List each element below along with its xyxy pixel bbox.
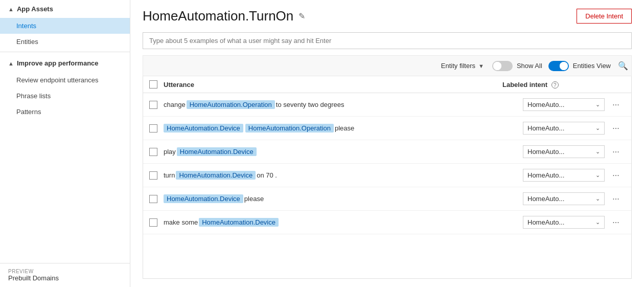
utterance-plain-text: turn (164, 171, 175, 179)
entity-tag[interactable]: HomeAutomation.Device (176, 171, 256, 180)
dropdown-chevron-icon: ⌄ (595, 148, 600, 155)
utterance-col-header: Utterance (164, 81, 502, 89)
row-checkbox[interactable] (149, 195, 157, 203)
entity-tag[interactable]: HomeAutomation.Device (164, 194, 243, 203)
intent-dropdown-label: HomeAuto... (527, 124, 593, 132)
sidebar-item-patterns[interactable]: Patterns (0, 104, 130, 120)
sidebar-item-intents-label: Intents (16, 22, 36, 30)
chevron-icon-improve: ▲ (8, 60, 14, 67)
row-checkbox-col (149, 218, 164, 227)
entity-tag[interactable]: HomeAutomation.Operation (187, 100, 275, 109)
utterance-text: HomeAutomation.Device HomeAutomation.Ope… (164, 124, 523, 133)
sidebar-item-phrase[interactable]: Phrase lists (0, 88, 130, 104)
intent-col-label: Labeled intent (502, 81, 547, 89)
dropdown-chevron-icon: ⌄ (595, 195, 600, 202)
entities-view-toggle-slider (548, 61, 569, 71)
intent-col-header: Labeled intent ? (502, 81, 605, 89)
improve-label: Improve app performance (17, 59, 99, 67)
table-row: make some HomeAutomation.DeviceHomeAuto.… (143, 211, 631, 234)
entities-view-toggle[interactable] (548, 61, 569, 71)
prebuilt-domains-label: Prebuilt Domains (8, 274, 59, 282)
intent-title-text: HomeAutomation.TurnOn (143, 8, 293, 24)
row-checkbox[interactable] (149, 171, 157, 180)
show-all-toggle-slider (492, 61, 513, 71)
table-row: change HomeAutomation.Operation to seven… (143, 93, 631, 117)
dropdown-chevron-icon: ⌄ (595, 125, 600, 131)
more-actions-button[interactable]: ··· (607, 100, 625, 109)
main-header: HomeAutomation.TurnOn ✎ Delete Intent (143, 8, 632, 24)
sidebar-item-entities[interactable]: Entities (0, 34, 130, 50)
intent-dropdown-label: HomeAuto... (527, 148, 593, 156)
row-checkbox[interactable] (149, 148, 157, 156)
table-row: play HomeAutomation.DeviceHomeAuto...⌄··… (143, 140, 631, 164)
row-checkbox[interactable] (149, 218, 157, 227)
utterance-plain-text: change (164, 101, 186, 108)
row-checkbox-col (149, 195, 164, 203)
intent-dropdown-label: HomeAuto... (527, 171, 593, 179)
phrase-label: Phrase lists (16, 92, 51, 100)
sidebar-item-intents[interactable]: Intents (0, 18, 130, 34)
entities-view-toggle-container: Entities View (548, 61, 611, 71)
more-actions-button[interactable]: ··· (607, 218, 625, 227)
sidebar-item-entities-label: Entities (16, 38, 38, 46)
sidebar-item-review[interactable]: Review endpoint utterances (0, 72, 130, 88)
sidebar-divider (0, 52, 130, 52)
utterance-plain-text: play (164, 148, 176, 156)
row-checkbox-col (149, 148, 164, 156)
more-actions-button[interactable]: ··· (607, 124, 625, 133)
app-assets-label: App Assets (17, 5, 53, 13)
utterance-text: turn HomeAutomation.Device on 70 . (164, 171, 523, 180)
utterance-text: make some HomeAutomation.Device (164, 218, 523, 227)
sidebar-section-app-assets[interactable]: ▲ App Assets (0, 0, 130, 18)
utterance-plain-text: please (244, 195, 264, 203)
entity-filters-label: Entity filters (441, 62, 475, 70)
header-check-col (149, 80, 164, 89)
row-checkbox[interactable] (149, 101, 157, 109)
utterance-plain-text: make some (164, 218, 198, 226)
sidebar-section-improve[interactable]: ▲ Improve app performance (0, 54, 130, 72)
search-icon[interactable]: 🔍 (617, 60, 629, 72)
intent-dropdown[interactable]: HomeAuto...⌄ (523, 169, 605, 182)
entity-filters-button[interactable]: Entity filters ▼ (439, 61, 486, 71)
filter-bar: Entity filters ▼ Show All Entities View … (143, 55, 632, 76)
show-all-toggle-container: Show All (492, 61, 542, 71)
row-checkbox[interactable] (149, 124, 157, 133)
more-actions-button[interactable]: ··· (607, 147, 625, 157)
utterance-plain-text: please (335, 124, 354, 132)
sidebar-spacer (0, 120, 130, 263)
row-checkbox-col (149, 171, 164, 180)
header-checkbox[interactable] (149, 80, 157, 89)
entity-tag[interactable]: HomeAutomation.Operation (245, 124, 334, 133)
dropdown-chevron-icon: ⌄ (595, 172, 600, 179)
intent-dropdown-label: HomeAuto... (527, 101, 593, 108)
table-row: turn HomeAutomation.Device on 70 .HomeAu… (143, 164, 631, 187)
utterance-text: change HomeAutomation.Operation to seven… (164, 100, 523, 109)
patterns-label: Patterns (16, 108, 41, 116)
row-checkbox-col (149, 124, 164, 133)
help-icon[interactable]: ? (551, 81, 559, 89)
utterance-plain-text: to seventy two degrees (276, 101, 344, 108)
entity-filters-chevron-icon: ▼ (478, 63, 484, 69)
edit-icon[interactable]: ✎ (298, 11, 305, 21)
row-checkbox-col (149, 101, 164, 109)
more-actions-button[interactable]: ··· (607, 171, 625, 180)
intent-dropdown[interactable]: HomeAuto...⌄ (523, 192, 605, 205)
utterance-search-input[interactable] (143, 32, 632, 49)
show-all-toggle[interactable] (492, 61, 513, 71)
intent-dropdown[interactable]: HomeAuto...⌄ (523, 122, 605, 135)
table-row: HomeAutomation.Device HomeAutomation.Ope… (143, 117, 631, 140)
preview-label: PREVIEW (8, 269, 122, 274)
table-row: HomeAutomation.Device pleaseHomeAuto...⌄… (143, 187, 631, 211)
delete-intent-button[interactable]: Delete Intent (577, 9, 632, 24)
entity-tag[interactable]: HomeAutomation.Device (164, 124, 243, 133)
entity-tag[interactable]: HomeAutomation.Device (199, 218, 279, 227)
more-actions-button[interactable]: ··· (607, 194, 625, 204)
sidebar: ▲ App Assets Intents Entities ▲ Improve … (0, 0, 130, 287)
chevron-icon: ▲ (8, 6, 14, 12)
entity-tag[interactable]: HomeAutomation.Device (177, 147, 257, 156)
intent-dropdown[interactable]: HomeAuto...⌄ (523, 98, 605, 111)
intent-dropdown[interactable]: HomeAuto...⌄ (523, 145, 605, 158)
utterances-table: Utterance Labeled intent ? change HomeAu… (143, 76, 632, 279)
intent-dropdown[interactable]: HomeAuto...⌄ (523, 216, 605, 229)
sidebar-bottom-prebuilt[interactable]: PREVIEW Prebuilt Domains (0, 263, 130, 287)
